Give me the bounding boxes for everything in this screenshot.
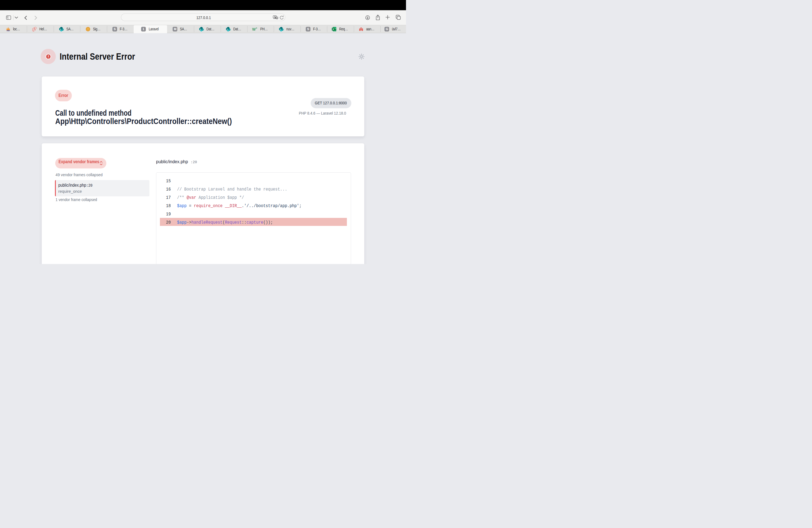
svg-text:s: s [279, 28, 280, 30]
svg-text:s: s [60, 28, 61, 30]
svg-text:W: W [252, 27, 256, 31]
svg-text:s: s [227, 28, 228, 30]
svg-text:s: s [200, 28, 201, 30]
svg-text:PMA: PMA [6, 30, 10, 31]
svg-text:x: x [333, 28, 334, 30]
svg-text:3: 3 [256, 27, 257, 29]
